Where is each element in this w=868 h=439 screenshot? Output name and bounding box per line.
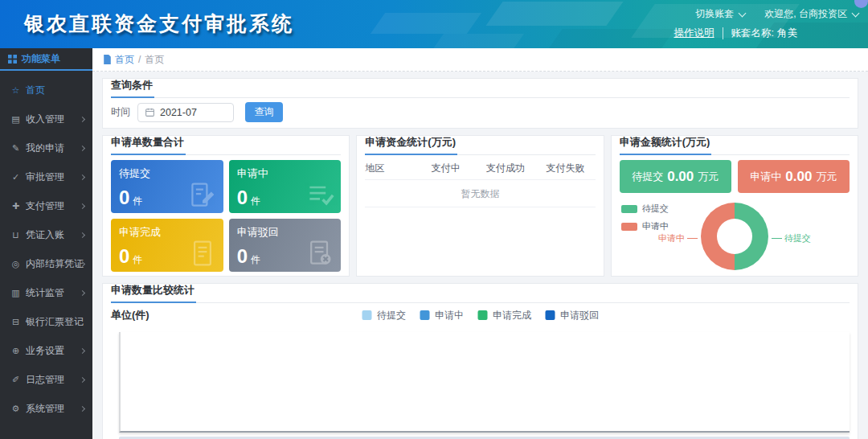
legend-swatch bbox=[420, 310, 429, 320]
sidebar-item-label: 日志管理 bbox=[26, 373, 64, 387]
sidebar-item-label: 系统管理 bbox=[26, 402, 64, 416]
legend-item[interactable]: 申请驳回 bbox=[545, 309, 599, 322]
sidebar-menu-header: 功能菜单 bbox=[0, 48, 92, 71]
chevron-right-icon bbox=[80, 203, 85, 208]
pencil-icon: ✎ bbox=[10, 143, 22, 154]
chevron-down-icon[interactable] bbox=[739, 9, 747, 17]
welcome-user-text[interactable]: 欢迎您, 台商投资区 bbox=[764, 7, 847, 21]
sidebar-item-label: 凭证入账 bbox=[26, 228, 64, 242]
badge-pending-submit-amount: 待提交 0.00 万元 bbox=[620, 160, 731, 193]
switch-account-link[interactable]: 切换账套 bbox=[695, 7, 734, 21]
sidebar-item-voucher-entry[interactable]: ⊔ 凭证入账 bbox=[0, 220, 92, 249]
column-header: 支付成功 bbox=[476, 162, 535, 175]
sidebar-item-my-applications[interactable]: ✎ 我的申请 bbox=[0, 133, 92, 162]
search-button[interactable]: 查询 bbox=[245, 102, 283, 122]
sidebar-item-label: 内部结算凭证 bbox=[26, 257, 84, 271]
calendar-icon bbox=[145, 107, 155, 117]
chevron-right-icon bbox=[80, 261, 85, 266]
sidebar-item-label: 我的申请 bbox=[26, 142, 64, 155]
chevron-right-icon bbox=[80, 174, 85, 179]
legend-item[interactable]: 申请中 bbox=[420, 309, 464, 322]
badge-value: 0.00 bbox=[785, 169, 812, 185]
y-axis-unit-label: 单位(件) bbox=[111, 308, 149, 322]
application-count-panel: 申请单数量合计 待提交 0件 申请中 0件 申请完成 0件 bbox=[102, 135, 350, 277]
doc-edit-icon bbox=[188, 180, 217, 209]
chevron-right-icon bbox=[80, 376, 85, 382]
comparison-chart-panel: 申请数量比较统计 单位(件) 待提交 申请中 申请完成 bbox=[102, 283, 858, 439]
month-picker-value: 2021-07 bbox=[160, 107, 197, 118]
app-title: 银农直联资金支付审批系统 bbox=[24, 10, 294, 37]
sidebar-item-business-settings[interactable]: ⊕ 业务设置 bbox=[0, 336, 92, 365]
sidebar-item-label: 首页 bbox=[26, 84, 45, 97]
query-panel-title: 查询条件 bbox=[111, 78, 154, 98]
legend-swatch bbox=[545, 310, 555, 320]
column-header: 支付失败 bbox=[535, 162, 595, 175]
sidebar-item-bank-draft-register[interactable]: ⊟ 银行汇票登记 bbox=[0, 307, 92, 336]
header-divider bbox=[723, 27, 723, 39]
log-pencil-icon: ✐ bbox=[10, 375, 22, 385]
link-icon: ⊕ bbox=[10, 346, 22, 356]
document-icon bbox=[103, 55, 112, 64]
badge-value: 0.00 bbox=[667, 169, 694, 185]
doc-reject-icon bbox=[305, 239, 334, 268]
sidebar-item-label: 统计监管 bbox=[26, 286, 64, 300]
breadcrumb: 首页 / 首页 bbox=[92, 48, 868, 72]
callout-line bbox=[772, 238, 782, 239]
home-star-icon: ☆ bbox=[10, 85, 22, 96]
legend-item[interactable]: 申请完成 bbox=[477, 309, 531, 322]
chevron-down-icon[interactable] bbox=[852, 9, 860, 17]
stat-value: 0 bbox=[119, 245, 129, 267]
donut-chart bbox=[701, 203, 768, 270]
stat-card-rejected[interactable]: 申请驳回 0件 bbox=[229, 219, 342, 272]
sidebar-item-log-mgmt[interactable]: ✐ 日志管理 bbox=[0, 365, 92, 394]
funds-statistics-panel: 申请资金统计(万元) 地区 支付中 支付成功 支付失败 暂无数据 bbox=[356, 135, 604, 277]
header-decoration bbox=[485, 2, 623, 26]
stat-value: 0 bbox=[237, 187, 248, 208]
sidebar-item-home[interactable]: ☆ 首页 bbox=[0, 76, 92, 105]
funds-statistics-title: 申请资金统计(万元) bbox=[365, 135, 457, 155]
chevron-right-icon bbox=[80, 232, 85, 237]
sidebar-item-system-mgmt[interactable]: ⚙ 系统管理 bbox=[0, 394, 92, 423]
breadcrumb-home-link[interactable]: 首页 bbox=[103, 53, 134, 67]
bar-chart-plot-area bbox=[119, 332, 850, 433]
legend-swatch bbox=[477, 310, 487, 320]
sidebar-item-income-mgmt[interactable]: ▤ 收入管理 bbox=[0, 105, 92, 133]
sidebar-item-label: 银行汇票登记 bbox=[26, 315, 84, 329]
target-icon: ◎ bbox=[10, 259, 22, 269]
legend-swatch bbox=[621, 205, 637, 213]
amount-statistics-panel: 申请金额统计(万元) 待提交 0.00 万元 申请中 0.00 万元 bbox=[611, 135, 858, 277]
stat-card-pending-submit[interactable]: 待提交 0件 bbox=[111, 160, 223, 213]
stat-value: 0 bbox=[119, 187, 129, 208]
doc-lines-icon bbox=[188, 239, 217, 268]
sidebar-item-approval-mgmt[interactable]: ✓ 审批管理 bbox=[0, 162, 92, 191]
chevron-right-icon bbox=[80, 145, 85, 150]
sidebar-item-internal-settlement-voucher[interactable]: ◎ 内部结算凭证 bbox=[0, 249, 92, 278]
chevron-right-icon bbox=[80, 289, 85, 295]
application-count-title: 申请单数量合计 bbox=[111, 135, 186, 155]
donut-callout-right: 待提交 bbox=[772, 232, 811, 244]
query-panel: 查询条件 时间 2021-07 查询 bbox=[102, 78, 858, 129]
legend-item[interactable]: 待提交 bbox=[621, 203, 669, 215]
chevron-right-icon bbox=[80, 405, 85, 411]
legend-swatch bbox=[621, 223, 637, 231]
month-picker-input[interactable]: 2021-07 bbox=[137, 103, 234, 122]
operation-guide-link[interactable]: 操作说明 bbox=[674, 27, 714, 40]
bar-chart-legend: 待提交 申请中 申请完成 申请驳回 bbox=[362, 309, 599, 322]
stat-card-in-progress[interactable]: 申请中 0件 bbox=[229, 160, 342, 213]
check-icon: ✓ bbox=[10, 172, 22, 183]
sidebar-item-stats-supervision[interactable]: ▥ 统计监管 bbox=[0, 278, 92, 307]
funds-table-header: 地区 支付中 支付成功 支付失败 bbox=[365, 155, 595, 180]
sidebar-item-payment-mgmt[interactable]: ✚ 支付管理 bbox=[0, 191, 92, 220]
header-decoration bbox=[432, 34, 524, 48]
document-icon: ▤ bbox=[10, 114, 22, 125]
legend-item[interactable]: 待提交 bbox=[362, 309, 406, 322]
column-header: 地区 bbox=[365, 162, 416, 175]
list-check-icon bbox=[305, 180, 334, 209]
main-content: 首页 / 首页 查询条件 时间 2021-07 查询 申 bbox=[92, 48, 868, 439]
breadcrumb-current: 首页 bbox=[145, 53, 164, 67]
empty-data-text: 暂无数据 bbox=[365, 180, 595, 207]
legend-item[interactable]: 申请中 bbox=[621, 220, 669, 232]
account-name-value: 角美 bbox=[777, 27, 797, 40]
time-label: 时间 bbox=[111, 105, 130, 119]
stat-card-completed[interactable]: 申请完成 0件 bbox=[111, 219, 223, 272]
